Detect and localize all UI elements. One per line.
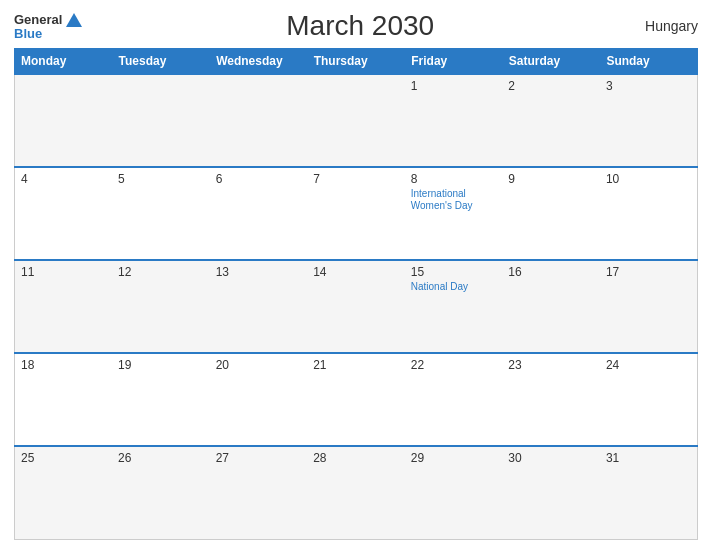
- table-row: 8International Women's Day: [405, 167, 503, 260]
- table-row: 4: [15, 167, 113, 260]
- table-row: 13: [210, 260, 308, 353]
- table-row: 6: [210, 167, 308, 260]
- table-row: [15, 74, 113, 167]
- day-number: 23: [508, 358, 594, 372]
- table-row: 23: [502, 353, 600, 446]
- day-number: 20: [216, 358, 302, 372]
- day-number: 15: [411, 265, 497, 279]
- day-number: 7: [313, 172, 399, 186]
- table-row: 10: [600, 167, 698, 260]
- table-row: 16: [502, 260, 600, 353]
- table-row: 22: [405, 353, 503, 446]
- table-row: 20: [210, 353, 308, 446]
- day-number: 14: [313, 265, 399, 279]
- logo-blue-text: Blue: [14, 27, 82, 40]
- table-row: 15National Day: [405, 260, 503, 353]
- col-sunday: Sunday: [600, 49, 698, 75]
- day-number: 31: [606, 451, 691, 465]
- col-monday: Monday: [15, 49, 113, 75]
- day-number: 28: [313, 451, 399, 465]
- calendar-title: March 2030: [82, 10, 638, 42]
- week-row-2: 45678International Women's Day910: [15, 167, 698, 260]
- table-row: 21: [307, 353, 405, 446]
- day-number: 30: [508, 451, 594, 465]
- table-row: 3: [600, 74, 698, 167]
- table-row: [112, 74, 210, 167]
- day-number: 9: [508, 172, 594, 186]
- day-number: 18: [21, 358, 106, 372]
- table-row: 14: [307, 260, 405, 353]
- col-friday: Friday: [405, 49, 503, 75]
- day-number: 8: [411, 172, 497, 186]
- holiday-label: International Women's Day: [411, 188, 497, 212]
- table-row: 28: [307, 446, 405, 539]
- table-row: 25: [15, 446, 113, 539]
- day-number: 17: [606, 265, 691, 279]
- day-number: 13: [216, 265, 302, 279]
- day-number: 10: [606, 172, 691, 186]
- day-number: 1: [411, 79, 497, 93]
- table-row: 19: [112, 353, 210, 446]
- table-row: 5: [112, 167, 210, 260]
- table-row: 7: [307, 167, 405, 260]
- col-thursday: Thursday: [307, 49, 405, 75]
- table-row: 1: [405, 74, 503, 167]
- table-row: 17: [600, 260, 698, 353]
- day-number: 11: [21, 265, 106, 279]
- day-number: 19: [118, 358, 204, 372]
- day-number: 29: [411, 451, 497, 465]
- day-number: 26: [118, 451, 204, 465]
- day-number: 24: [606, 358, 691, 372]
- table-row: 12: [112, 260, 210, 353]
- table-row: 2: [502, 74, 600, 167]
- day-number: 16: [508, 265, 594, 279]
- table-row: 24: [600, 353, 698, 446]
- table-row: 27: [210, 446, 308, 539]
- table-row: [307, 74, 405, 167]
- day-number: 4: [21, 172, 106, 186]
- week-row-1: 123: [15, 74, 698, 167]
- table-row: [210, 74, 308, 167]
- day-number: 3: [606, 79, 691, 93]
- table-row: 11: [15, 260, 113, 353]
- col-saturday: Saturday: [502, 49, 600, 75]
- day-number: 27: [216, 451, 302, 465]
- day-number: 2: [508, 79, 594, 93]
- week-row-4: 18192021222324: [15, 353, 698, 446]
- week-row-5: 25262728293031: [15, 446, 698, 539]
- week-row-3: 1112131415National Day1617: [15, 260, 698, 353]
- day-number: 25: [21, 451, 106, 465]
- logo-general-text: General: [14, 13, 62, 26]
- table-row: 18: [15, 353, 113, 446]
- day-number: 22: [411, 358, 497, 372]
- table-row: 30: [502, 446, 600, 539]
- table-row: 26: [112, 446, 210, 539]
- calendar-table: Monday Tuesday Wednesday Thursday Friday…: [14, 48, 698, 540]
- page: General Blue March 2030 Hungary Monday T…: [0, 0, 712, 550]
- logo-triangle-icon: [66, 13, 82, 27]
- header-row: Monday Tuesday Wednesday Thursday Friday…: [15, 49, 698, 75]
- country-label: Hungary: [638, 18, 698, 34]
- col-wednesday: Wednesday: [210, 49, 308, 75]
- table-row: 29: [405, 446, 503, 539]
- day-number: 5: [118, 172, 204, 186]
- col-tuesday: Tuesday: [112, 49, 210, 75]
- holiday-label: National Day: [411, 281, 497, 293]
- table-row: 31: [600, 446, 698, 539]
- day-number: 21: [313, 358, 399, 372]
- day-number: 12: [118, 265, 204, 279]
- table-row: 9: [502, 167, 600, 260]
- header: General Blue March 2030 Hungary: [14, 10, 698, 42]
- day-number: 6: [216, 172, 302, 186]
- logo: General Blue: [14, 13, 82, 40]
